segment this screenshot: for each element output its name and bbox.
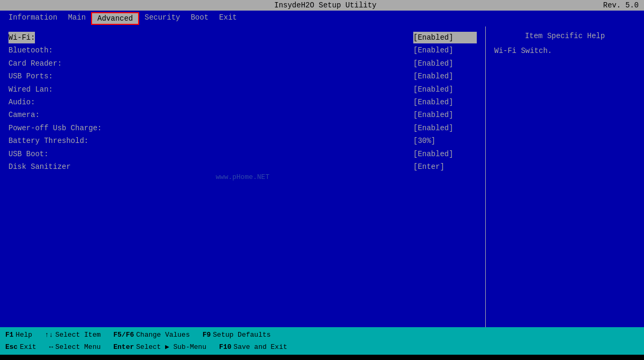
setting-value-10: [Enter] xyxy=(413,161,477,173)
setting-row-7[interactable]: Power-off Usb Charge:[Enabled] xyxy=(8,122,477,134)
setting-value-2: [Enabled] xyxy=(413,58,477,69)
setting-row-2[interactable]: Card Reader:[Enabled] xyxy=(8,58,477,69)
setting-label-8: Battery Threshold: xyxy=(8,135,88,147)
bottom-key-: ↔ xyxy=(49,341,53,353)
setting-row-8[interactable]: Battery Threshold:[30%] xyxy=(8,135,477,147)
setting-row-6[interactable]: Camera:[Enabled] xyxy=(8,109,477,121)
bottom-desc-F1: Help xyxy=(16,329,32,341)
setting-value-9: [Enabled] xyxy=(413,148,477,160)
setting-row-5[interactable]: Audio:[Enabled] xyxy=(8,96,477,108)
setting-label-3: USB Ports: xyxy=(8,70,53,82)
bottom-desc-F10: Save and Exit xyxy=(233,341,287,353)
left-panel: Wi-Fi:[Enabled]Bluetooth:[Enabled]Card R… xyxy=(0,26,485,327)
menu-item-security[interactable]: Security xyxy=(139,12,185,25)
setting-value-1: [Enabled] xyxy=(413,44,477,56)
bottom-desc-: Select Item xyxy=(55,329,101,341)
setting-label-10: Disk Sanitizer xyxy=(8,161,71,173)
settings-list: Wi-Fi:[Enabled]Bluetooth:[Enabled]Card R… xyxy=(8,32,477,173)
setting-label-6: Camera: xyxy=(8,109,40,121)
bottom-bar: F1Help↑↓Select ItemF5/F6Change ValuesF9S… xyxy=(0,327,644,355)
bottom-desc-Esc: Exit xyxy=(20,341,36,353)
setting-value-8: [30%] xyxy=(413,135,477,147)
bottom-key-F10: F10 xyxy=(219,341,231,353)
bottom-key-F9: F9 xyxy=(203,329,211,341)
bottom-desc-Enter: Select ▶ Sub-Menu xyxy=(136,341,206,353)
title-bar: InsydeH2O Setup Utility Rev. 5.0 xyxy=(0,0,644,11)
setting-label-0: Wi-Fi: xyxy=(8,32,35,43)
setting-value-0: [Enabled] xyxy=(413,32,477,43)
bottom-desc-: Select Menu xyxy=(55,341,101,353)
bottom-row-2: EscExit↔Select MenuEnterSelect ▶ Sub-Men… xyxy=(5,341,639,353)
setting-row-4[interactable]: Wired Lan:[Enabled] xyxy=(8,84,477,95)
setting-label-9: USB Boot: xyxy=(8,148,49,160)
menu-item-exit[interactable]: Exit xyxy=(214,12,242,25)
setting-value-3: [Enabled] xyxy=(413,70,477,82)
menu-item-advanced[interactable]: Advanced xyxy=(91,12,139,25)
main-content: Wi-Fi:[Enabled]Bluetooth:[Enabled]Card R… xyxy=(0,26,644,327)
app-title: InsydeH2O Setup Utility xyxy=(48,1,603,10)
bottom-key-F1: F1 xyxy=(5,329,14,341)
setting-row-1[interactable]: Bluetooth:[Enabled] xyxy=(8,44,477,56)
bottom-key-F5F6: F5/F6 xyxy=(113,329,134,341)
setting-value-6: [Enabled] xyxy=(413,109,477,121)
setting-row-3[interactable]: USB Ports:[Enabled] xyxy=(8,70,477,82)
bottom-desc-F5F6: Change Values xyxy=(136,329,189,341)
setting-row-10[interactable]: Disk Sanitizer[Enter] xyxy=(8,161,477,173)
watermark: www.pHome.NET xyxy=(216,173,269,181)
setting-label-7: Power-off Usb Charge: xyxy=(8,122,102,134)
menu-item-information[interactable]: Information xyxy=(3,12,62,25)
setting-row-0[interactable]: Wi-Fi:[Enabled] xyxy=(8,32,477,43)
help-text: Wi-Fi Switch. xyxy=(494,47,636,55)
setting-value-7: [Enabled] xyxy=(413,122,477,134)
menu-item-boot[interactable]: Boot xyxy=(185,12,214,25)
help-title: Item Specific Help xyxy=(494,32,636,40)
menu-bar: InformationMainAdvancedSecurityBootExit xyxy=(0,11,644,26)
bottom-key-Esc: Esc xyxy=(5,341,17,353)
setting-label-5: Audio: xyxy=(8,96,35,108)
setting-label-4: Wired Lan: xyxy=(8,84,53,95)
bottom-key-Enter: Enter xyxy=(113,341,134,353)
setting-row-9[interactable]: USB Boot:[Enabled] xyxy=(8,148,477,160)
setting-value-5: [Enabled] xyxy=(413,96,477,108)
right-panel: Item Specific Help Wi-Fi Switch. xyxy=(485,26,644,327)
setting-label-1: Bluetooth: xyxy=(8,44,53,56)
setting-label-2: Card Reader: xyxy=(8,58,62,69)
bottom-key-: ↑↓ xyxy=(45,329,53,341)
menu-item-main[interactable]: Main xyxy=(62,12,91,25)
setting-value-4: [Enabled] xyxy=(413,84,477,95)
bottom-row-1: F1Help↑↓Select ItemF5/F6Change ValuesF9S… xyxy=(5,329,639,341)
bottom-desc-F9: Setup Defaults xyxy=(213,329,270,341)
rev-label: Rev. 5.0 xyxy=(603,1,639,10)
